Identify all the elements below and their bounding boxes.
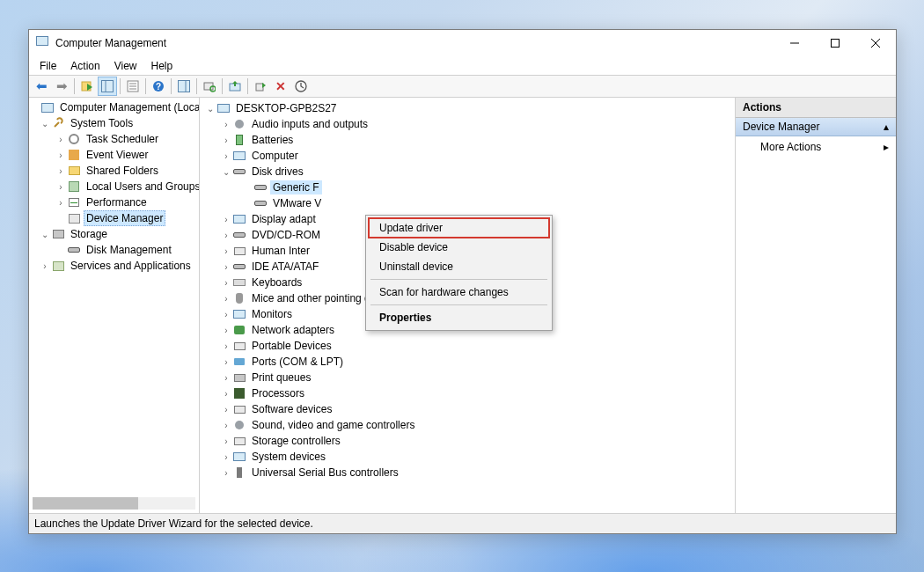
- menu-help[interactable]: Help: [144, 58, 180, 74]
- device-item[interactable]: ›Generic F: [200, 180, 735, 195]
- tree-local-users[interactable]: › Local Users and Groups: [29, 179, 199, 194]
- tree-disk-management[interactable]: › Disk Management: [29, 242, 199, 258]
- properties-button[interactable]: [123, 77, 143, 96]
- perf-icon: [67, 195, 81, 209]
- menu-view[interactable]: View: [107, 58, 144, 74]
- svg-rect-18: [256, 84, 263, 91]
- dev-icon: [232, 402, 246, 416]
- device-category[interactable]: ›Sound, video and game controllers: [200, 417, 735, 433]
- mon-icon: [232, 307, 246, 321]
- disk-icon: [67, 243, 81, 257]
- event-icon: [67, 148, 81, 162]
- titlebar: Computer Management: [29, 30, 896, 56]
- window-title: Computer Management: [55, 37, 166, 49]
- device-category[interactable]: ›Storage controllers: [200, 433, 735, 449]
- dev-icon: [232, 434, 246, 448]
- menubar: File Action View Help: [29, 56, 896, 75]
- device-category[interactable]: ›Universal Serial Bus controllers: [200, 465, 735, 480]
- menu-action[interactable]: Action: [63, 58, 106, 74]
- update-driver-toolbutton[interactable]: [225, 77, 245, 96]
- svg-rect-5: [102, 81, 114, 92]
- toolbar: ⬅ ➡ ? ✕: [29, 75, 896, 98]
- ctx-properties[interactable]: Properties: [369, 308, 549, 327]
- net-icon: [232, 323, 246, 337]
- tree-system-tools[interactable]: ⌄ System Tools: [29, 115, 199, 131]
- collapse-icon: ▴: [884, 121, 889, 133]
- device-category[interactable]: ›Audio inputs and outputs: [200, 116, 735, 132]
- disk-icon: [253, 196, 268, 210]
- svg-rect-1: [832, 40, 840, 48]
- device-category[interactable]: ›Computer: [200, 148, 735, 164]
- tree-shared-folders[interactable]: › Shared Folders: [29, 163, 199, 179]
- console-tree-scrollbar[interactable]: [33, 497, 195, 510]
- device-root[interactable]: ⌄DESKTOP-GPB2S27: [200, 100, 735, 116]
- kbd-icon: [232, 275, 246, 290]
- tree-storage[interactable]: ⌄ Storage: [29, 226, 199, 242]
- device-category[interactable]: ›Processors: [200, 385, 735, 401]
- actions-pane: Actions Device Manager ▴ More Actions ▸: [736, 98, 896, 513]
- back-button[interactable]: ⬅: [32, 77, 51, 96]
- ctx-uninstall-device[interactable]: Uninstall device: [369, 257, 549, 276]
- menu-file[interactable]: File: [33, 58, 63, 74]
- device-item[interactable]: ›VMware V: [200, 195, 735, 211]
- actions-selection[interactable]: Device Manager ▴: [736, 118, 896, 136]
- tree-services-apps[interactable]: › Services and Applications: [29, 258, 199, 274]
- audio-icon: [232, 418, 246, 432]
- device-category[interactable]: ›Ports (COM & LPT): [200, 354, 735, 370]
- batt-icon: [232, 133, 246, 147]
- tree-task-scheduler[interactable]: › Task Scheduler: [29, 131, 199, 147]
- device-category[interactable]: ›Batteries: [200, 132, 735, 148]
- help-button[interactable]: ?: [149, 77, 168, 96]
- device-context-menu: Update driverDisable deviceUninstall dev…: [365, 215, 553, 331]
- enable-device-button[interactable]: [251, 77, 270, 96]
- disable-device-button[interactable]: [291, 77, 311, 96]
- action-pane-button[interactable]: [174, 77, 194, 96]
- ctx-scan-for-hardware-changes[interactable]: Scan for hardware changes: [369, 282, 549, 302]
- svg-text:?: ?: [156, 82, 161, 92]
- port-icon: [232, 355, 246, 369]
- disk-icon: [232, 165, 246, 179]
- app-icon: [36, 36, 50, 50]
- scan-hardware-button[interactable]: [200, 77, 219, 96]
- ctx-update-driver[interactable]: Update driver: [369, 218, 549, 238]
- ctx-disable-device[interactable]: Disable device: [369, 238, 549, 257]
- more-actions[interactable]: More Actions ▸: [736, 136, 896, 158]
- mon-icon: [232, 212, 246, 226]
- console-tree-button[interactable]: [98, 77, 117, 96]
- dev-icon: [232, 244, 246, 258]
- close-button[interactable]: [855, 30, 896, 56]
- tree-device-manager[interactable]: › Device Manager: [29, 210, 199, 226]
- users-icon: [67, 180, 81, 194]
- mon-icon: [232, 149, 246, 163]
- device-category[interactable]: ›Software devices: [200, 401, 735, 417]
- chip-icon: [232, 386, 246, 400]
- devmgr-icon: [67, 211, 81, 225]
- device-category[interactable]: ›Portable Devices: [200, 338, 735, 354]
- device-category[interactable]: ⌄Disk drives: [200, 164, 735, 180]
- minimize-button[interactable]: [774, 30, 815, 56]
- dev-icon: [232, 339, 246, 353]
- tree-performance[interactable]: › Performance: [29, 194, 199, 210]
- disk-icon: [232, 228, 246, 242]
- tree-event-viewer[interactable]: › Event Viewer: [29, 147, 199, 163]
- disk-icon: [253, 180, 268, 194]
- shared-icon: [67, 164, 81, 178]
- show-hide-tree-button[interactable]: [77, 77, 97, 96]
- device-category[interactable]: ›System devices: [200, 449, 735, 465]
- device-category[interactable]: ›Print queues: [200, 370, 735, 385]
- srvapp-icon: [51, 259, 65, 273]
- clock-icon: [67, 132, 81, 146]
- chevron-right-icon: ▸: [884, 141, 889, 153]
- forward-button[interactable]: ➡: [52, 77, 71, 96]
- statusbar: Launches the Update Driver Wizard for th…: [29, 514, 896, 533]
- maximize-button[interactable]: [815, 30, 855, 56]
- tree-root[interactable]: ▾ Computer Management (Local): [29, 99, 199, 115]
- mgmt-icon: [40, 100, 55, 114]
- mon-icon: [216, 101, 231, 115]
- computer-management-window: Computer Management File Action View Hel…: [28, 29, 897, 534]
- tools-icon: [51, 116, 65, 130]
- usb-icon: [232, 466, 246, 480]
- mon-icon: [232, 450, 246, 464]
- svg-rect-13: [179, 81, 190, 92]
- uninstall-device-button[interactable]: ✕: [271, 77, 290, 96]
